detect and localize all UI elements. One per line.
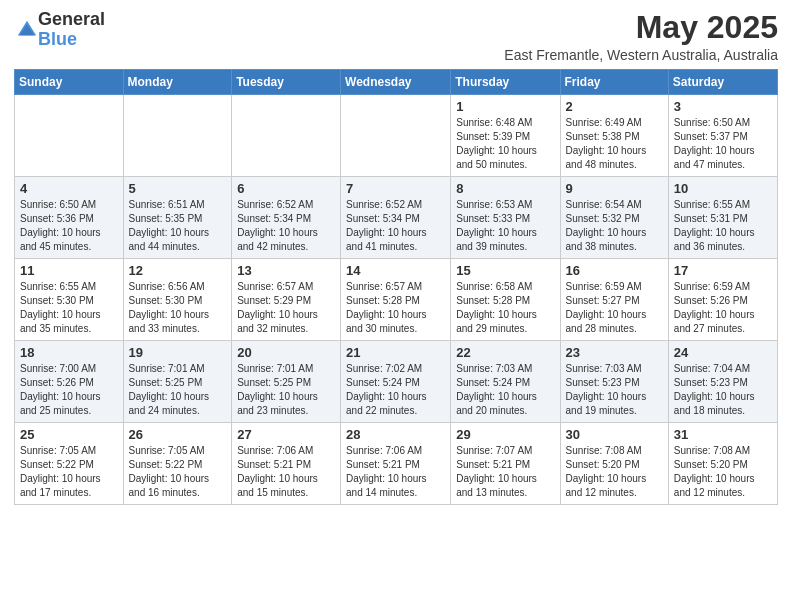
day-number: 25	[20, 427, 118, 442]
calendar-cell: 11Sunrise: 6:55 AM Sunset: 5:30 PM Dayli…	[15, 259, 124, 341]
title-area: May 2025 East Fremantle, Western Austral…	[504, 10, 778, 63]
header: General Blue May 2025 East Fremantle, We…	[14, 10, 778, 63]
calendar-cell: 24Sunrise: 7:04 AM Sunset: 5:23 PM Dayli…	[668, 341, 777, 423]
day-info: Sunrise: 7:05 AM Sunset: 5:22 PM Dayligh…	[20, 444, 118, 500]
main-title: May 2025	[504, 10, 778, 45]
day-number: 2	[566, 99, 663, 114]
day-info: Sunrise: 7:06 AM Sunset: 5:21 PM Dayligh…	[237, 444, 335, 500]
day-number: 4	[20, 181, 118, 196]
day-number: 12	[129, 263, 227, 278]
calendar-cell: 29Sunrise: 7:07 AM Sunset: 5:21 PM Dayli…	[451, 423, 560, 505]
day-number: 6	[237, 181, 335, 196]
day-info: Sunrise: 6:58 AM Sunset: 5:28 PM Dayligh…	[456, 280, 554, 336]
day-number: 23	[566, 345, 663, 360]
day-number: 13	[237, 263, 335, 278]
calendar-cell: 25Sunrise: 7:05 AM Sunset: 5:22 PM Dayli…	[15, 423, 124, 505]
calendar-cell: 15Sunrise: 6:58 AM Sunset: 5:28 PM Dayli…	[451, 259, 560, 341]
day-info: Sunrise: 7:00 AM Sunset: 5:26 PM Dayligh…	[20, 362, 118, 418]
calendar-cell: 4Sunrise: 6:50 AM Sunset: 5:36 PM Daylig…	[15, 177, 124, 259]
day-number: 31	[674, 427, 772, 442]
day-number: 28	[346, 427, 445, 442]
week-row-4: 25Sunrise: 7:05 AM Sunset: 5:22 PM Dayli…	[15, 423, 778, 505]
day-number: 15	[456, 263, 554, 278]
calendar-cell: 13Sunrise: 6:57 AM Sunset: 5:29 PM Dayli…	[232, 259, 341, 341]
day-number: 20	[237, 345, 335, 360]
day-info: Sunrise: 7:08 AM Sunset: 5:20 PM Dayligh…	[566, 444, 663, 500]
calendar-cell	[232, 95, 341, 177]
col-header-wednesday: Wednesday	[341, 70, 451, 95]
day-number: 17	[674, 263, 772, 278]
day-info: Sunrise: 6:51 AM Sunset: 5:35 PM Dayligh…	[129, 198, 227, 254]
day-info: Sunrise: 6:52 AM Sunset: 5:34 PM Dayligh…	[237, 198, 335, 254]
week-row-2: 11Sunrise: 6:55 AM Sunset: 5:30 PM Dayli…	[15, 259, 778, 341]
day-info: Sunrise: 6:52 AM Sunset: 5:34 PM Dayligh…	[346, 198, 445, 254]
day-number: 9	[566, 181, 663, 196]
day-info: Sunrise: 6:50 AM Sunset: 5:36 PM Dayligh…	[20, 198, 118, 254]
day-number: 3	[674, 99, 772, 114]
calendar-cell: 17Sunrise: 6:59 AM Sunset: 5:26 PM Dayli…	[668, 259, 777, 341]
day-info: Sunrise: 6:59 AM Sunset: 5:27 PM Dayligh…	[566, 280, 663, 336]
calendar-cell: 10Sunrise: 6:55 AM Sunset: 5:31 PM Dayli…	[668, 177, 777, 259]
day-info: Sunrise: 6:48 AM Sunset: 5:39 PM Dayligh…	[456, 116, 554, 172]
logo-icon	[16, 19, 38, 41]
day-info: Sunrise: 7:05 AM Sunset: 5:22 PM Dayligh…	[129, 444, 227, 500]
day-number: 11	[20, 263, 118, 278]
day-info: Sunrise: 6:59 AM Sunset: 5:26 PM Dayligh…	[674, 280, 772, 336]
day-info: Sunrise: 6:57 AM Sunset: 5:28 PM Dayligh…	[346, 280, 445, 336]
day-info: Sunrise: 7:03 AM Sunset: 5:23 PM Dayligh…	[566, 362, 663, 418]
day-info: Sunrise: 7:03 AM Sunset: 5:24 PM Dayligh…	[456, 362, 554, 418]
day-number: 19	[129, 345, 227, 360]
day-number: 27	[237, 427, 335, 442]
calendar-cell: 9Sunrise: 6:54 AM Sunset: 5:32 PM Daylig…	[560, 177, 668, 259]
day-number: 1	[456, 99, 554, 114]
day-info: Sunrise: 7:06 AM Sunset: 5:21 PM Dayligh…	[346, 444, 445, 500]
calendar-cell: 2Sunrise: 6:49 AM Sunset: 5:38 PM Daylig…	[560, 95, 668, 177]
day-number: 5	[129, 181, 227, 196]
day-info: Sunrise: 6:54 AM Sunset: 5:32 PM Dayligh…	[566, 198, 663, 254]
logo-text: General Blue	[38, 10, 105, 50]
day-info: Sunrise: 6:49 AM Sunset: 5:38 PM Dayligh…	[566, 116, 663, 172]
day-number: 22	[456, 345, 554, 360]
calendar-cell: 26Sunrise: 7:05 AM Sunset: 5:22 PM Dayli…	[123, 423, 232, 505]
day-info: Sunrise: 6:55 AM Sunset: 5:30 PM Dayligh…	[20, 280, 118, 336]
calendar-cell: 14Sunrise: 6:57 AM Sunset: 5:28 PM Dayli…	[341, 259, 451, 341]
day-number: 21	[346, 345, 445, 360]
calendar-cell: 30Sunrise: 7:08 AM Sunset: 5:20 PM Dayli…	[560, 423, 668, 505]
day-number: 29	[456, 427, 554, 442]
day-info: Sunrise: 7:07 AM Sunset: 5:21 PM Dayligh…	[456, 444, 554, 500]
calendar: SundayMondayTuesdayWednesdayThursdayFrid…	[14, 69, 778, 505]
col-header-monday: Monday	[123, 70, 232, 95]
calendar-cell: 12Sunrise: 6:56 AM Sunset: 5:30 PM Dayli…	[123, 259, 232, 341]
calendar-cell	[123, 95, 232, 177]
day-number: 7	[346, 181, 445, 196]
day-info: Sunrise: 7:08 AM Sunset: 5:20 PM Dayligh…	[674, 444, 772, 500]
day-number: 16	[566, 263, 663, 278]
day-number: 26	[129, 427, 227, 442]
day-info: Sunrise: 6:56 AM Sunset: 5:30 PM Dayligh…	[129, 280, 227, 336]
logo-general-text: General	[38, 9, 105, 29]
calendar-cell: 6Sunrise: 6:52 AM Sunset: 5:34 PM Daylig…	[232, 177, 341, 259]
day-info: Sunrise: 7:01 AM Sunset: 5:25 PM Dayligh…	[237, 362, 335, 418]
day-number: 30	[566, 427, 663, 442]
day-info: Sunrise: 7:02 AM Sunset: 5:24 PM Dayligh…	[346, 362, 445, 418]
calendar-cell: 3Sunrise: 6:50 AM Sunset: 5:37 PM Daylig…	[668, 95, 777, 177]
calendar-cell: 21Sunrise: 7:02 AM Sunset: 5:24 PM Dayli…	[341, 341, 451, 423]
page: General Blue May 2025 East Fremantle, We…	[0, 0, 792, 612]
week-row-3: 18Sunrise: 7:00 AM Sunset: 5:26 PM Dayli…	[15, 341, 778, 423]
day-number: 18	[20, 345, 118, 360]
calendar-cell: 8Sunrise: 6:53 AM Sunset: 5:33 PM Daylig…	[451, 177, 560, 259]
logo-area: General Blue	[14, 10, 105, 50]
calendar-cell: 31Sunrise: 7:08 AM Sunset: 5:20 PM Dayli…	[668, 423, 777, 505]
week-row-1: 4Sunrise: 6:50 AM Sunset: 5:36 PM Daylig…	[15, 177, 778, 259]
calendar-cell: 22Sunrise: 7:03 AM Sunset: 5:24 PM Dayli…	[451, 341, 560, 423]
day-info: Sunrise: 6:53 AM Sunset: 5:33 PM Dayligh…	[456, 198, 554, 254]
calendar-cell	[15, 95, 124, 177]
day-number: 24	[674, 345, 772, 360]
calendar-cell: 20Sunrise: 7:01 AM Sunset: 5:25 PM Dayli…	[232, 341, 341, 423]
week-row-0: 1Sunrise: 6:48 AM Sunset: 5:39 PM Daylig…	[15, 95, 778, 177]
logo-blue-text: Blue	[38, 29, 77, 49]
col-header-sunday: Sunday	[15, 70, 124, 95]
calendar-cell: 16Sunrise: 6:59 AM Sunset: 5:27 PM Dayli…	[560, 259, 668, 341]
day-info: Sunrise: 6:55 AM Sunset: 5:31 PM Dayligh…	[674, 198, 772, 254]
calendar-cell: 7Sunrise: 6:52 AM Sunset: 5:34 PM Daylig…	[341, 177, 451, 259]
